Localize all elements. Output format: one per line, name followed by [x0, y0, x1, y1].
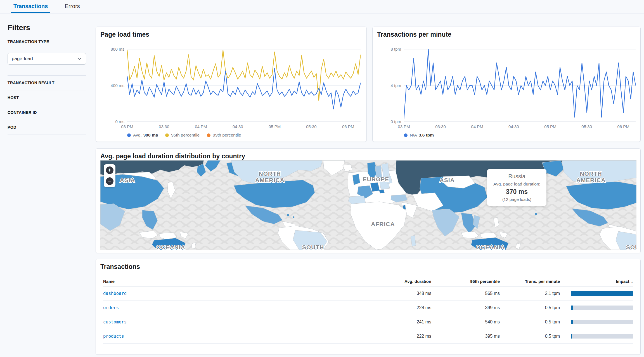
divider	[8, 49, 86, 49]
tpm-cell: 0.5 tpm	[500, 334, 560, 339]
chevron-down-icon	[77, 56, 82, 61]
tpm-cell: 0.5 tpm	[500, 320, 560, 325]
transaction-row: customers241 ms540 ms0.5 tpm	[103, 315, 633, 329]
x-tick-label: 05:30	[306, 124, 317, 129]
x-tick-label: 03 PM	[121, 124, 133, 129]
tab-label: Errors	[65, 3, 80, 10]
y-tick-label: 0 ms	[115, 119, 124, 124]
transaction-row: dashboard348 ms565 ms2.1 tpm	[103, 286, 633, 301]
y-axis: 800 ms400 ms0 ms	[96, 46, 124, 122]
legend-dot-icon	[127, 133, 131, 137]
transaction-row: orders228 ms399 ms0.5 tpm	[103, 301, 633, 315]
x-tick-label: 03 PM	[398, 124, 410, 129]
tpm-cell: 0.5 tpm	[500, 305, 560, 310]
x-tick-label: 04:30	[508, 124, 519, 129]
legend-item[interactable]: 95th percentile	[165, 133, 200, 138]
map-zoom-controls: + −	[104, 164, 115, 187]
map-continent-label: OCEANIA	[476, 244, 505, 250]
impact-bar	[571, 306, 633, 310]
series-line-n-a	[404, 49, 636, 119]
filter-section-host[interactable]: HOST	[8, 90, 86, 105]
table-title: Transactions	[100, 263, 140, 271]
plus-icon: +	[106, 166, 113, 174]
zoom-out-button[interactable]: −	[105, 177, 115, 186]
p95-cell: 395 ms	[431, 334, 500, 339]
filter-section-label: TRANSACTION RESULT	[8, 81, 55, 85]
transaction-type-select[interactable]: page-load	[8, 53, 86, 65]
x-tick-label: 04 PM	[195, 124, 207, 129]
avg-duration-cell: 241 ms	[361, 320, 431, 325]
x-tick-label: 05 PM	[269, 124, 281, 129]
column-header-trans-per-minute[interactable]: Trans. per minute	[500, 279, 560, 284]
filter-section-pod[interactable]: POD	[8, 120, 86, 135]
transaction-link[interactable]: products	[103, 334, 361, 339]
tooltip-country: Russia	[490, 173, 544, 180]
impact-bar	[571, 291, 633, 296]
transaction-link[interactable]: orders	[103, 305, 361, 310]
impact-bar-fill	[571, 320, 573, 324]
legend-value: 300 ms	[143, 133, 158, 138]
x-tick-label: 05:30	[581, 124, 592, 129]
legend-label: 95th percentile	[171, 133, 200, 138]
filter-section-label: HOST	[8, 95, 19, 100]
legend-item[interactable]: N/A3.6 tpm	[404, 133, 434, 138]
x-tick-label: 04:30	[233, 124, 243, 129]
avg-duration-cell: 222 ms	[361, 334, 431, 339]
page-load-times-line-chart[interactable]	[127, 46, 361, 122]
column-header-95th-percentile[interactable]: 95th percentile	[431, 279, 500, 284]
legend-item[interactable]: 99th percentile	[207, 133, 241, 138]
tooltip-value: 370 ms	[490, 188, 544, 196]
impact-bar-fill	[571, 306, 573, 310]
map-continent-label: NORTHAMERICA	[255, 170, 285, 183]
legend-item[interactable]: Avg.300 ms	[127, 133, 158, 138]
x-tick-label: 03:30	[435, 124, 446, 129]
map-title: Avg. page load duration distribution by …	[100, 152, 245, 160]
p95-cell: 540 ms	[431, 320, 500, 325]
legend-value: 3.6 tpm	[419, 133, 434, 138]
p95-cell: 565 ms	[431, 291, 500, 296]
chart-legend: N/A3.6 tpm	[404, 133, 434, 138]
x-tick-label: 06 PM	[342, 124, 354, 129]
page-load-times-card: Page load times 800 ms400 ms0 ms 03 PM03…	[96, 27, 367, 142]
select-value: page-load	[12, 56, 33, 62]
map-continent-label: ASIA	[440, 177, 455, 183]
zoom-in-button[interactable]: +	[105, 166, 115, 175]
legend-label: 99th percentile	[213, 133, 241, 138]
column-header-name[interactable]: Name	[103, 279, 361, 284]
map-continent-label: ASIA	[120, 177, 135, 183]
tab-errors[interactable]: Errors	[62, 0, 82, 13]
map-continent-label: OCEANIA	[156, 244, 185, 250]
page-load-map-card: Avg. page load duration distribution by …	[96, 148, 641, 253]
avg-duration-cell: 348 ms	[361, 291, 431, 296]
world-map[interactable]: ASIANORTHAMERICAEUROPEAFRICAASIANORTHAME…	[100, 160, 636, 250]
legend-label: N/A	[410, 133, 417, 138]
transaction-link[interactable]: customers	[103, 320, 361, 325]
y-tick-label: 400 ms	[111, 83, 124, 88]
x-tick-label: 05 PM	[544, 124, 556, 129]
tab-bar: Transactions Errors	[0, 0, 644, 13]
filters-title: Filters	[8, 24, 86, 32]
filter-section-label: POD	[8, 125, 16, 130]
sort-desc-icon: ↓	[631, 279, 633, 284]
column-header-avg-duration[interactable]: Avg. duration	[361, 279, 431, 284]
tooltip-metric-label: Avg. page load duration:	[490, 182, 544, 187]
map-continent-label: SOUTH	[302, 244, 324, 250]
x-axis: 03 PM03:3004 PM04:3005 PM05:3006 PM	[404, 124, 636, 130]
transactions-table-body: dashboard348 ms565 ms2.1 tpmorders228 ms…	[103, 286, 633, 344]
avg-duration-cell: 228 ms	[361, 305, 431, 310]
transactions-per-minute-line-chart[interactable]	[404, 46, 636, 122]
filter-section-transaction-result[interactable]: TRANSACTION RESULT	[8, 76, 86, 90]
world-map-canvas: ASIANORTHAMERICAEUROPEAFRICAASIANORTHAME…	[100, 160, 636, 250]
chart-title: Page load times	[100, 31, 149, 38]
filter-section-container-id[interactable]: CONTAINER ID	[8, 105, 86, 120]
filter-section-label-transaction-type: TRANSACTION TYPE	[8, 39, 86, 44]
x-tick-label: 06 PM	[617, 124, 629, 129]
transaction-link[interactable]: dashboard	[103, 291, 361, 296]
column-header-impact[interactable]: Impact↓	[560, 279, 633, 284]
map-tooltip: Russia Avg. page load duration: 370 ms (…	[487, 169, 546, 206]
filter-sections: TRANSACTION RESULTHOSTCONTAINER IDPOD	[8, 75, 86, 135]
tpm-cell: 2.1 tpm	[500, 291, 560, 296]
tab-transactions[interactable]: Transactions	[11, 0, 50, 13]
tooltip-samples: (12 page loads)	[490, 197, 544, 202]
y-tick-label: 4 tpm	[390, 83, 401, 88]
